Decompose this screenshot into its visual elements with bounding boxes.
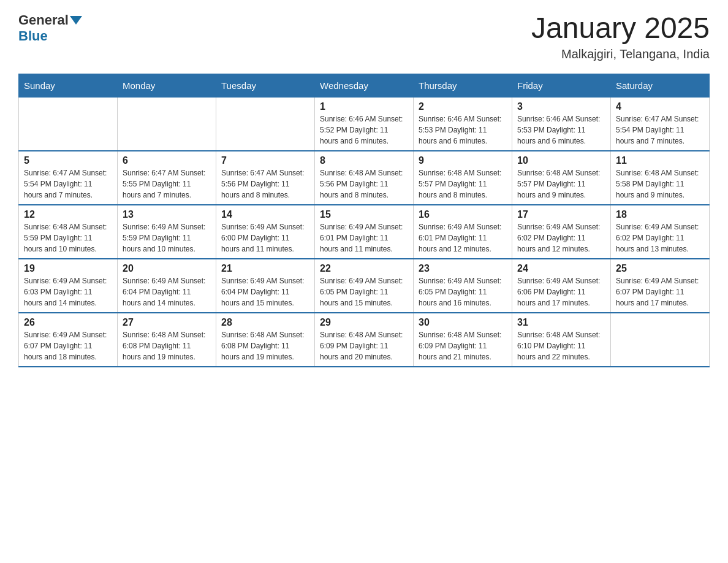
month-title: January 2025 xyxy=(531,12,710,45)
day-info: Sunrise: 6:49 AM Sunset: 6:05 PM Dayligh… xyxy=(419,275,507,308)
day-number: 17 xyxy=(517,209,605,220)
calendar-header-row: SundayMondayTuesdayWednesdayThursdayFrid… xyxy=(19,74,710,97)
calendar-week-row: 5Sunrise: 6:47 AM Sunset: 5:54 PM Daylig… xyxy=(19,151,710,205)
day-number: 8 xyxy=(320,155,408,166)
calendar-cell: 27Sunrise: 6:48 AM Sunset: 6:08 PM Dayli… xyxy=(118,313,216,367)
day-info: Sunrise: 6:49 AM Sunset: 6:02 PM Dayligh… xyxy=(517,221,605,255)
calendar-cell: 15Sunrise: 6:49 AM Sunset: 6:01 PM Dayli… xyxy=(315,205,414,259)
calendar-cell: 16Sunrise: 6:49 AM Sunset: 6:01 PM Dayli… xyxy=(414,205,512,259)
day-info: Sunrise: 6:49 AM Sunset: 6:00 PM Dayligh… xyxy=(221,221,309,255)
calendar-cell xyxy=(118,97,216,151)
calendar-cell: 10Sunrise: 6:48 AM Sunset: 5:57 PM Dayli… xyxy=(512,151,611,205)
calendar-cell: 14Sunrise: 6:49 AM Sunset: 6:00 PM Dayli… xyxy=(216,205,315,259)
day-number: 14 xyxy=(221,209,309,220)
weekday-header-monday: Monday xyxy=(118,74,216,97)
day-number: 22 xyxy=(320,263,408,274)
day-number: 15 xyxy=(320,209,408,220)
calendar-cell: 25Sunrise: 6:49 AM Sunset: 6:07 PM Dayli… xyxy=(611,259,710,313)
day-number: 1 xyxy=(320,101,408,112)
day-info: Sunrise: 6:48 AM Sunset: 5:57 PM Dayligh… xyxy=(419,167,507,201)
calendar-cell xyxy=(216,97,315,151)
logo-arrow-icon xyxy=(70,16,82,25)
day-number: 2 xyxy=(419,101,507,112)
day-number: 10 xyxy=(517,155,605,166)
day-number: 5 xyxy=(24,155,112,166)
day-info: Sunrise: 6:46 AM Sunset: 5:52 PM Dayligh… xyxy=(320,113,408,147)
day-number: 30 xyxy=(419,317,507,328)
day-info: Sunrise: 6:48 AM Sunset: 6:08 PM Dayligh… xyxy=(123,329,211,362)
page-header: General Blue January 2025 Malkajgiri, Te… xyxy=(18,12,710,61)
day-number: 11 xyxy=(616,155,704,166)
calendar-cell: 21Sunrise: 6:49 AM Sunset: 6:04 PM Dayli… xyxy=(216,259,315,313)
day-number: 21 xyxy=(221,263,309,274)
day-number: 16 xyxy=(419,209,507,220)
calendar-week-row: 26Sunrise: 6:49 AM Sunset: 6:07 PM Dayli… xyxy=(19,313,710,367)
day-number: 9 xyxy=(419,155,507,166)
day-info: Sunrise: 6:47 AM Sunset: 5:54 PM Dayligh… xyxy=(616,113,704,147)
day-info: Sunrise: 6:49 AM Sunset: 6:06 PM Dayligh… xyxy=(517,275,605,308)
calendar-cell: 19Sunrise: 6:49 AM Sunset: 6:03 PM Dayli… xyxy=(19,259,118,313)
weekday-header-friday: Friday xyxy=(512,74,611,97)
calendar-cell: 3Sunrise: 6:46 AM Sunset: 5:53 PM Daylig… xyxy=(512,97,611,151)
calendar-cell: 31Sunrise: 6:48 AM Sunset: 6:10 PM Dayli… xyxy=(512,313,611,367)
calendar-cell: 1Sunrise: 6:46 AM Sunset: 5:52 PM Daylig… xyxy=(315,97,414,151)
day-number: 12 xyxy=(24,209,112,220)
weekday-header-tuesday: Tuesday xyxy=(216,74,315,97)
day-info: Sunrise: 6:49 AM Sunset: 6:07 PM Dayligh… xyxy=(616,275,704,308)
day-info: Sunrise: 6:47 AM Sunset: 5:55 PM Dayligh… xyxy=(123,167,211,201)
calendar-cell: 20Sunrise: 6:49 AM Sunset: 6:04 PM Dayli… xyxy=(118,259,216,313)
calendar-cell: 12Sunrise: 6:48 AM Sunset: 5:59 PM Dayli… xyxy=(19,205,118,259)
day-number: 25 xyxy=(616,263,704,274)
calendar-cell: 22Sunrise: 6:49 AM Sunset: 6:05 PM Dayli… xyxy=(315,259,414,313)
day-number: 6 xyxy=(123,155,211,166)
day-info: Sunrise: 6:49 AM Sunset: 6:01 PM Dayligh… xyxy=(320,221,408,255)
day-info: Sunrise: 6:48 AM Sunset: 6:09 PM Dayligh… xyxy=(419,329,507,362)
day-info: Sunrise: 6:48 AM Sunset: 5:59 PM Dayligh… xyxy=(24,221,112,255)
day-number: 7 xyxy=(221,155,309,166)
day-info: Sunrise: 6:49 AM Sunset: 6:04 PM Dayligh… xyxy=(221,275,309,308)
logo-blue-text: Blue xyxy=(18,28,48,44)
calendar-cell: 13Sunrise: 6:49 AM Sunset: 5:59 PM Dayli… xyxy=(118,205,216,259)
day-info: Sunrise: 6:48 AM Sunset: 6:10 PM Dayligh… xyxy=(517,329,605,362)
calendar-cell: 30Sunrise: 6:48 AM Sunset: 6:09 PM Dayli… xyxy=(414,313,512,367)
day-info: Sunrise: 6:49 AM Sunset: 6:02 PM Dayligh… xyxy=(616,221,704,255)
calendar-cell xyxy=(19,97,118,151)
calendar-cell: 23Sunrise: 6:49 AM Sunset: 6:05 PM Dayli… xyxy=(414,259,512,313)
calendar-cell: 2Sunrise: 6:46 AM Sunset: 5:53 PM Daylig… xyxy=(414,97,512,151)
day-info: Sunrise: 6:49 AM Sunset: 6:04 PM Dayligh… xyxy=(123,275,211,308)
day-number: 24 xyxy=(517,263,605,274)
calendar-cell: 29Sunrise: 6:48 AM Sunset: 6:09 PM Dayli… xyxy=(315,313,414,367)
day-info: Sunrise: 6:48 AM Sunset: 6:08 PM Dayligh… xyxy=(221,329,309,362)
calendar-week-row: 1Sunrise: 6:46 AM Sunset: 5:52 PM Daylig… xyxy=(19,97,710,151)
day-info: Sunrise: 6:48 AM Sunset: 5:57 PM Dayligh… xyxy=(517,167,605,201)
calendar-cell: 17Sunrise: 6:49 AM Sunset: 6:02 PM Dayli… xyxy=(512,205,611,259)
weekday-header-thursday: Thursday xyxy=(414,74,512,97)
day-info: Sunrise: 6:49 AM Sunset: 6:01 PM Dayligh… xyxy=(419,221,507,255)
calendar-week-row: 19Sunrise: 6:49 AM Sunset: 6:03 PM Dayli… xyxy=(19,259,710,313)
weekday-header-wednesday: Wednesday xyxy=(315,74,414,97)
day-info: Sunrise: 6:48 AM Sunset: 6:09 PM Dayligh… xyxy=(320,329,408,362)
day-number: 19 xyxy=(24,263,112,274)
day-number: 29 xyxy=(320,317,408,328)
calendar-cell: 28Sunrise: 6:48 AM Sunset: 6:08 PM Dayli… xyxy=(216,313,315,367)
day-info: Sunrise: 6:49 AM Sunset: 6:03 PM Dayligh… xyxy=(24,275,112,308)
calendar-cell: 9Sunrise: 6:48 AM Sunset: 5:57 PM Daylig… xyxy=(414,151,512,205)
day-info: Sunrise: 6:48 AM Sunset: 5:58 PM Dayligh… xyxy=(616,167,704,201)
calendar-cell: 6Sunrise: 6:47 AM Sunset: 5:55 PM Daylig… xyxy=(118,151,216,205)
day-info: Sunrise: 6:47 AM Sunset: 5:56 PM Dayligh… xyxy=(221,167,309,201)
logo-general-text: General xyxy=(18,12,69,28)
calendar-cell xyxy=(611,313,710,367)
day-number: 13 xyxy=(123,209,211,220)
calendar-cell: 7Sunrise: 6:47 AM Sunset: 5:56 PM Daylig… xyxy=(216,151,315,205)
day-number: 26 xyxy=(24,317,112,328)
day-number: 23 xyxy=(419,263,507,274)
calendar-cell: 5Sunrise: 6:47 AM Sunset: 5:54 PM Daylig… xyxy=(19,151,118,205)
calendar-cell: 11Sunrise: 6:48 AM Sunset: 5:58 PM Dayli… xyxy=(611,151,710,205)
day-number: 20 xyxy=(123,263,211,274)
day-info: Sunrise: 6:48 AM Sunset: 5:56 PM Dayligh… xyxy=(320,167,408,201)
calendar-week-row: 12Sunrise: 6:48 AM Sunset: 5:59 PM Dayli… xyxy=(19,205,710,259)
day-number: 3 xyxy=(517,101,605,112)
title-block: January 2025 Malkajgiri, Telangana, Indi… xyxy=(531,12,710,61)
day-number: 31 xyxy=(517,317,605,328)
day-number: 4 xyxy=(616,101,704,112)
